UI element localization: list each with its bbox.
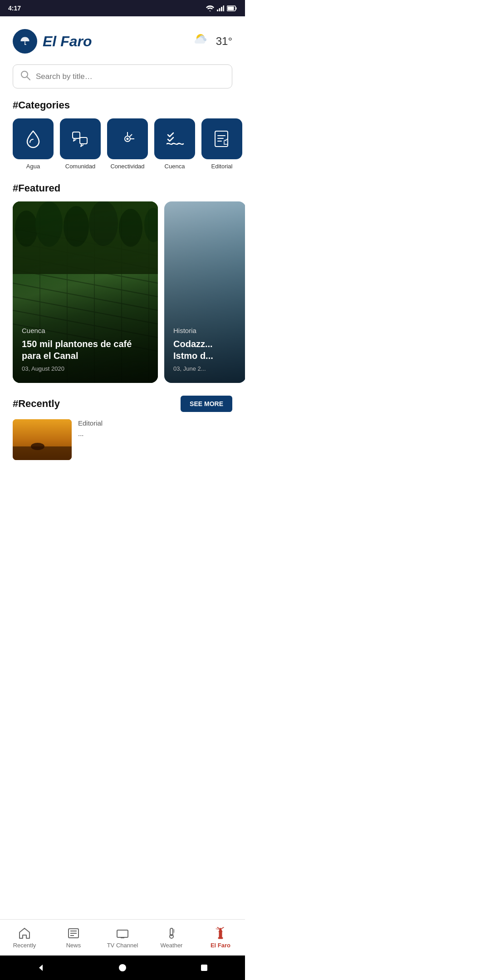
category-comunidad[interactable]: Comunidad <box>60 118 101 170</box>
editorial-label: Editorial <box>211 163 233 170</box>
weather-temp: 31° <box>216 35 232 48</box>
recently-thumb-1 <box>13 419 72 460</box>
conectividad-icon <box>117 128 138 149</box>
status-bar: 4:17 <box>0 0 245 16</box>
category-cuenca[interactable]: Cuenca <box>154 118 195 170</box>
featured-card-content-2: Historia Codazz... Istmo d... 03, June 2… <box>173 327 237 372</box>
featured-card-1[interactable]: Cuenca 150 mil plantones de café para el… <box>13 201 158 383</box>
featured-card-category-2: Historia <box>173 327 237 334</box>
signal-icon <box>217 5 224 11</box>
featured-scroll: Cuenca 150 mil plantones de café para el… <box>0 201 245 383</box>
cuenca-icon <box>164 128 185 149</box>
categories-scroll: Agua Comunidad <box>0 118 245 170</box>
search-input[interactable] <box>36 72 225 81</box>
recently-title-1: ... <box>78 429 232 438</box>
featured-card-title-2: Codazz... Istmo d... <box>173 338 237 362</box>
conectividad-icon-box <box>107 118 148 159</box>
logo-svg <box>18 34 32 49</box>
cuenca-icon-box <box>154 118 195 159</box>
logo-container: El Faro <box>13 29 92 54</box>
featured-section: #Featured <box>0 182 245 383</box>
featured-card-2[interactable]: Historia Codazz... Istmo d... 03, June 2… <box>164 201 245 383</box>
svg-rect-14 <box>80 137 87 144</box>
agua-icon <box>23 128 44 149</box>
svg-rect-1 <box>219 8 220 11</box>
recently-title: #Recently <box>13 398 60 410</box>
categories-title: #Categories <box>0 99 245 111</box>
svg-rect-9 <box>24 44 26 45</box>
weather-widget[interactable]: 31° <box>192 32 232 51</box>
category-agua[interactable]: Agua <box>13 118 54 170</box>
wifi-icon <box>206 5 214 11</box>
status-icons <box>206 5 237 11</box>
recently-thumb-svg <box>13 419 72 460</box>
categories-section: #Categories Agua Comunidad <box>0 99 245 170</box>
battery-icon <box>227 5 237 11</box>
comunidad-icon <box>70 128 91 149</box>
logo-text: El Faro <box>43 33 92 50</box>
featured-card-date-1: 03, August 2020 <box>22 365 149 372</box>
editorial-icon <box>211 128 232 149</box>
editorial-icon-box <box>201 118 242 159</box>
svg-point-43 <box>31 443 44 450</box>
search-container[interactable] <box>13 64 232 88</box>
status-time: 4:17 <box>8 5 21 12</box>
comunidad-icon-box <box>60 118 101 159</box>
agua-icon-box <box>13 118 54 159</box>
recently-content-1: Editorial ... <box>78 419 232 438</box>
svg-rect-5 <box>228 6 234 10</box>
svg-rect-2 <box>221 7 222 11</box>
featured-card-title-1: 150 mil plantones de café para el Canal <box>22 338 149 362</box>
featured-card-content-1: Cuenca 150 mil plantones de café para el… <box>22 327 149 372</box>
agua-label: Agua <box>26 163 40 170</box>
svg-rect-3 <box>223 5 225 11</box>
svg-rect-13 <box>73 132 80 138</box>
recently-category-1: Editorial <box>78 419 232 427</box>
svg-line-18 <box>130 134 132 137</box>
logo-icon <box>13 29 37 54</box>
svg-rect-6 <box>236 7 237 10</box>
cuenca-label: Cuenca <box>165 163 185 170</box>
svg-rect-0 <box>217 10 218 11</box>
recently-section: #Recently SEE MORE Editorial <box>0 396 245 460</box>
comunidad-label: Comunidad <box>65 163 96 170</box>
conectividad-label: Conectividad <box>110 163 144 170</box>
category-conectividad[interactable]: Conectividad <box>107 118 148 170</box>
svg-point-16 <box>127 138 129 140</box>
recently-header: #Recently SEE MORE <box>0 396 245 412</box>
featured-title: #Featured <box>0 182 245 194</box>
weather-icon <box>192 32 212 51</box>
header: El Faro 31° <box>0 16 245 61</box>
partly-cloudy-icon <box>192 32 212 48</box>
category-editorial[interactable]: Editorial <box>201 118 242 170</box>
featured-card-category-1: Cuenca <box>22 327 149 334</box>
see-more-button[interactable]: SEE MORE <box>181 396 232 412</box>
featured-card-date-2: 03, June 2... <box>173 365 237 372</box>
search-icon <box>20 70 30 83</box>
svg-line-12 <box>27 77 30 80</box>
recently-item-1[interactable]: Editorial ... <box>0 419 245 460</box>
